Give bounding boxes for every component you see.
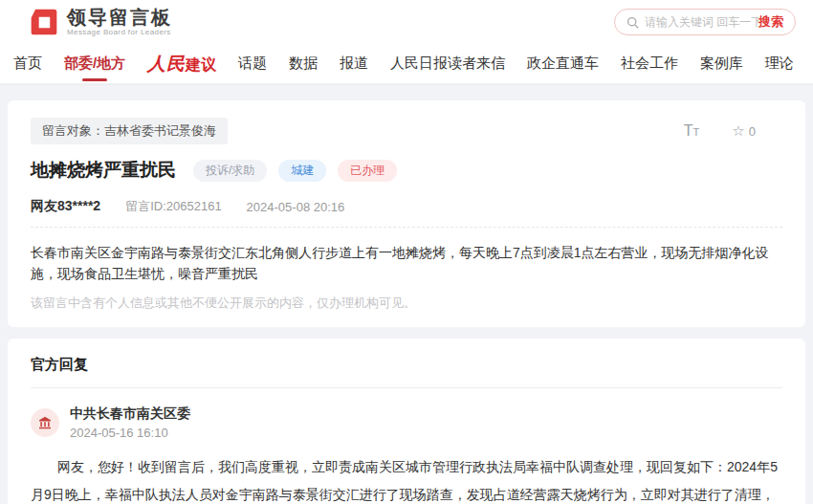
official-reply-card: 官方回复 中共长春市南关区委 2024-05-16 16:10 网友，您好！收到…: [8, 339, 805, 504]
main-nav: 首页 部委/地方 人民建议 话题 数据 报道 人民日报读者来信 政企直通车 社会…: [0, 44, 813, 84]
message-target-badge: 留言对象：吉林省委书记景俊海: [31, 118, 228, 144]
nav-item-reader-letters[interactable]: 人民日报读者来信: [390, 46, 505, 81]
reply-org-name: 中共长春市南关区委: [70, 405, 190, 423]
reply-date: 2024-05-16 16:10: [70, 426, 190, 440]
site-logo-icon: [29, 7, 59, 37]
top-header: 领导留言板 Message Board for Leaders 搜索: [0, 0, 813, 44]
tag-status-handled: 已办理: [338, 160, 397, 182]
nav-item-social-work[interactable]: 社会工作: [621, 46, 678, 81]
avatar: [31, 408, 59, 437]
font-size-small-glyph: T: [693, 126, 700, 138]
star-favorite-button[interactable]: ☆ 0: [732, 122, 756, 140]
nav-item-gov-business-line[interactable]: 政企直通车: [527, 46, 599, 81]
star-icon: ☆: [732, 122, 744, 140]
message-privacy-note: 该留言中含有个人信息或其他不便公开展示的内容，仅办理机构可见。: [31, 295, 782, 312]
nav-item-theory[interactable]: 理论: [765, 46, 794, 81]
nav-item-ministries-regions[interactable]: 部委/地方: [64, 46, 125, 81]
tag-complaint: 投诉/求助: [193, 160, 267, 182]
message-author: 网友83****2: [31, 198, 100, 215]
people-suggestions-bold-text: 建议: [186, 56, 216, 73]
font-size-large-glyph: T: [684, 122, 693, 139]
message-id: 留言ID:20652161: [125, 198, 221, 215]
government-building-icon: [37, 415, 53, 430]
site-logo[interactable]: 领导留言板 Message Board for Leaders: [29, 7, 172, 37]
people-suggestions-script-text: 人民: [147, 54, 186, 74]
message-title: 地摊烧烤严重扰民: [31, 158, 176, 183]
reply-body: 网友，您好！收到留言后，我们高度重视，立即责成南关区城市管理行政执法局幸福中队调…: [31, 453, 782, 504]
tag-urban-construction: 城建: [278, 160, 326, 182]
nav-item-reports[interactable]: 报道: [340, 46, 368, 81]
font-size-toggle-icon[interactable]: TT: [684, 122, 700, 140]
nav-item-data[interactable]: 数据: [289, 46, 318, 81]
message-body: 长春市南关区金宇南路与泰景街交汇东北角侧人行步道上有一地摊烧烤，每天晚上7点到凌…: [31, 242, 782, 284]
nav-item-people-suggestions[interactable]: 人民建议: [147, 43, 216, 85]
site-title: 领导留言板: [67, 8, 172, 28]
message-card: 留言对象：吉林省委书记景俊海 TT ☆ 0 地摊烧烤严重扰民 投诉/求助 城建 …: [8, 100, 805, 327]
search-input[interactable]: [645, 15, 758, 29]
site-subtitle: Message Board for Leaders: [67, 28, 172, 36]
nav-item-topics[interactable]: 话题: [238, 46, 267, 81]
nav-item-home[interactable]: 首页: [13, 46, 42, 81]
search-icon: [626, 16, 639, 29]
star-count: 0: [749, 124, 756, 139]
reply-divider: [31, 387, 782, 388]
nav-item-case-library[interactable]: 案例库: [700, 46, 743, 81]
search-box: 搜索: [614, 9, 796, 35]
message-date: 2024-05-08 20:16: [247, 200, 345, 214]
search-button[interactable]: 搜索: [758, 13, 783, 31]
official-reply-heading: 官方回复: [31, 356, 782, 374]
